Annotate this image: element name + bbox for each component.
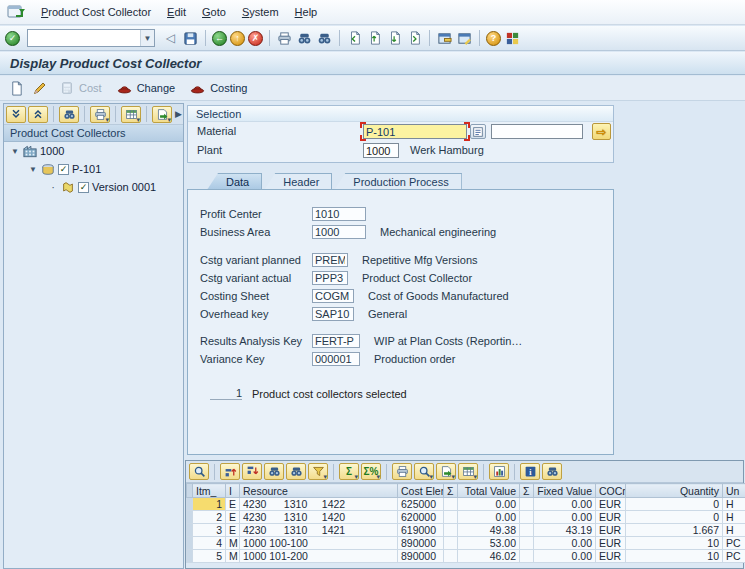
costing-sheet-input[interactable]: [312, 289, 354, 303]
system-menu-icon[interactable]: [7, 4, 25, 20]
standard-toolbar: ✓ ▼ ◁ ← ↑ ✗ ?: [0, 26, 745, 51]
export-icon[interactable]: [436, 463, 456, 480]
costing-variant-actual-input[interactable]: [312, 271, 348, 285]
find-icon[interactable]: [59, 106, 79, 123]
calculator-icon: [58, 80, 75, 97]
choose-layout-icon[interactable]: [458, 463, 478, 480]
toolbar-separator: [386, 464, 387, 480]
change-button[interactable]: Change: [112, 78, 180, 99]
material-input[interactable]: [363, 124, 467, 139]
plant-input[interactable]: [363, 143, 399, 158]
create-icon[interactable]: [8, 80, 25, 97]
material-row: Material: [188, 122, 613, 141]
col-cocr[interactable]: COCr: [596, 484, 626, 498]
print-icon[interactable]: [90, 106, 110, 123]
page-down-icon[interactable]: [386, 30, 403, 47]
tree-node-plant[interactable]: ▼ 1000: [4, 142, 183, 160]
tree-node-version[interactable]: · Version 0001: [4, 178, 183, 196]
toolbar-separator: [84, 106, 85, 122]
enter-icon[interactable]: ✓: [5, 31, 20, 46]
toolbar-overflow-icon[interactable]: ▶: [175, 109, 182, 119]
selected-count: 1: [210, 387, 242, 400]
command-dropdown-icon[interactable]: ▼: [140, 30, 154, 46]
save-icon[interactable]: [182, 30, 199, 47]
new-session-icon[interactable]: [436, 30, 453, 47]
col-i[interactable]: I: [226, 484, 240, 498]
variance-key-input[interactable]: [312, 352, 360, 366]
detail-icon[interactable]: [189, 463, 209, 480]
sort-ascending-icon[interactable]: [220, 463, 240, 480]
create-shortcut-icon[interactable]: [456, 30, 473, 47]
find-next-icon[interactable]: [316, 30, 333, 47]
col-total-value[interactable]: Total Value: [458, 484, 520, 498]
checkbox[interactable]: [78, 182, 89, 193]
results-analysis-key-input[interactable]: [312, 334, 360, 348]
subtotal-icon[interactable]: Σ%: [361, 463, 381, 480]
tab-strip: Data Header Production Process: [187, 172, 462, 190]
col-un[interactable]: Un: [723, 484, 745, 498]
col-quantity[interactable]: Quantity: [626, 484, 723, 498]
page-up-icon[interactable]: [366, 30, 383, 47]
graphic-icon[interactable]: [489, 463, 509, 480]
checkbox[interactable]: [58, 164, 69, 175]
continue-icon[interactable]: ◁: [162, 30, 179, 47]
overhead-key-input[interactable]: [312, 307, 354, 321]
collapse-arrow-icon[interactable]: ▼: [28, 165, 38, 174]
filter-icon[interactable]: [308, 463, 328, 480]
menu-edit[interactable]: Edit: [159, 3, 194, 21]
menu-goto[interactable]: Goto: [194, 3, 234, 21]
toolbar-separator: [146, 106, 147, 122]
execute-icon[interactable]: [592, 123, 611, 140]
form-row: Business Area Mechanical engineering: [200, 224, 496, 240]
toolbar-separator: [214, 464, 215, 480]
profit-center-input[interactable]: [312, 207, 366, 221]
menu-help[interactable]: Help: [287, 3, 326, 21]
sort-descending-icon[interactable]: [242, 463, 262, 480]
find-next-icon[interactable]: [286, 463, 306, 480]
info-icon[interactable]: [520, 463, 540, 480]
display-change-icon[interactable]: [31, 80, 48, 97]
sum-icon[interactable]: Σ: [339, 463, 359, 480]
toolbar-separator: [339, 30, 340, 46]
last-page-icon[interactable]: [406, 30, 423, 47]
find-icon[interactable]: [264, 463, 284, 480]
command-field[interactable]: [28, 31, 140, 45]
material-to-input[interactable]: [491, 124, 583, 139]
collapse-arrow-icon[interactable]: ▼: [10, 147, 20, 156]
menu-system[interactable]: System: [234, 3, 287, 21]
menu-product-cost-collector[interactable]: Product Cost Collector: [33, 3, 159, 21]
col-sum-fixed[interactable]: Σ: [520, 484, 534, 498]
customize-layout-icon[interactable]: [504, 30, 521, 47]
exit-icon[interactable]: ↑: [230, 31, 245, 46]
tab-header[interactable]: Header: [264, 173, 332, 190]
col-itm[interactable]: Itm_: [193, 484, 226, 498]
collapse-all-icon[interactable]: [6, 106, 26, 123]
col-sum-total[interactable]: Σ: [444, 484, 458, 498]
costing-variant-planned-input[interactable]: [312, 253, 348, 267]
costing-button[interactable]: Costing: [185, 78, 251, 99]
matchcode-icon[interactable]: [470, 124, 486, 139]
abc-analysis-icon[interactable]: [542, 463, 562, 480]
back-icon[interactable]: ←: [212, 31, 227, 46]
leaf-bullet-icon: ·: [48, 181, 58, 193]
title-bar: Display Product Cost Collector: [0, 52, 745, 75]
tree-node-material[interactable]: ▼ P-101: [4, 160, 183, 178]
col-fixed-value[interactable]: Fixed Value: [534, 484, 596, 498]
layout-icon[interactable]: [121, 106, 141, 123]
export-icon[interactable]: [152, 106, 172, 123]
help-icon[interactable]: ?: [486, 31, 501, 46]
print-icon[interactable]: [392, 463, 412, 480]
find-icon[interactable]: [296, 30, 313, 47]
tab-production-process[interactable]: Production Process: [334, 173, 461, 190]
tab-data[interactable]: Data: [207, 173, 262, 190]
col-resource[interactable]: Resource: [240, 484, 398, 498]
form-row: Cstg variant actual Product Cost Collect…: [200, 270, 472, 286]
first-page-icon[interactable]: [346, 30, 363, 47]
print-icon[interactable]: [276, 30, 293, 47]
col-cost-element[interactable]: Cost Eleme: [398, 484, 444, 498]
cancel-icon[interactable]: ✗: [248, 31, 263, 46]
expand-all-icon[interactable]: [28, 106, 48, 123]
business-area-input[interactable]: [312, 225, 366, 239]
views-icon[interactable]: [414, 463, 434, 480]
toolbar-separator: [53, 106, 54, 122]
